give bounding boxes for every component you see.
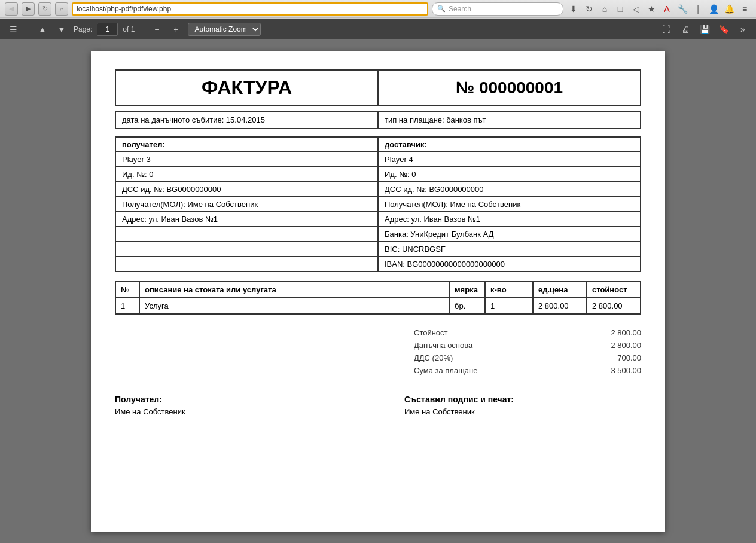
invoice-meta-table: дата на данъчното събитие: 15.04.2015 ти… (115, 111, 641, 129)
invoice-number: № 000000001 (388, 78, 631, 97)
pdf-more[interactable]: » (736, 22, 750, 36)
search-bar[interactable]: 🔍 Search (432, 2, 563, 16)
invoice-title: ФАКТУРА (125, 77, 368, 99)
notification-icon[interactable]: 🔔 (723, 2, 736, 16)
supplier-id: Ид. №: 0 (378, 167, 641, 182)
reload-button[interactable]: ↻ (38, 2, 51, 16)
recipient-name: Player 3 (115, 152, 378, 167)
supplier-iban: IBAN: BG00000000000000000000 (378, 257, 641, 272)
home-nav-icon[interactable]: ⌂ (598, 2, 611, 16)
forward-button[interactable]: ▶ (22, 2, 35, 16)
item-qty: 1 (485, 298, 533, 314)
url-bar[interactable]: localhost/php-pdf/pdfview.php (72, 2, 428, 16)
total-dds-label: ДДС (20%) (414, 353, 453, 362)
supplier-label: доставчик: (378, 137, 641, 152)
supplier-bank: Банка: УниКредит Булбанк АД (378, 227, 641, 242)
invoice-payment: тип на плащане: банков път (378, 111, 641, 129)
search-placeholder: Search (449, 5, 471, 13)
supplier-mol: Получател(МОЛ): Име на Собственик (378, 197, 641, 212)
separator-1 (28, 23, 28, 35)
separator-icon: | (691, 2, 705, 16)
recipient-sig-block: Получател: Име на Собственик (115, 395, 352, 416)
invoice-header-table: ФАКТУРА № 000000001 (115, 69, 641, 106)
recipient-vat: ДСС ид. №: BG0000000000 (115, 182, 378, 197)
total-stoynost-label: Стойност (414, 328, 448, 337)
item-price: 2 800.00 (533, 298, 587, 314)
total-data-osnova-row: Данъчна основа 2 800.00 (414, 339, 641, 352)
recipient-id: Ид. №: 0 (115, 167, 378, 182)
sig-recipient-name: Име на Собственик (115, 407, 352, 416)
home-button[interactable]: ⌂ (55, 2, 68, 16)
extension-icon[interactable]: 🔧 (676, 2, 689, 16)
back-nav-icon[interactable]: ◁ (629, 2, 642, 16)
recipient-empty-1 (115, 227, 378, 242)
title-bar: ◀ ▶ ↻ ⌂ localhost/php-pdf/pdfview.php 🔍 … (0, 0, 756, 18)
back-button[interactable]: ◀ (5, 2, 18, 16)
pdf-view-area: ФАКТУРА № 000000001 дата на данъчното съ… (0, 39, 756, 543)
pdf-fullscreen[interactable]: ⛶ (659, 22, 673, 36)
total-suma-label: Сума за плащане (414, 366, 478, 375)
sig-supplier-name: Име на Собственик (404, 407, 641, 416)
total-data-osnova-value: 2 800.00 (611, 341, 641, 350)
item-unit: бр. (449, 298, 485, 314)
star-icon[interactable]: ★ (645, 2, 658, 16)
total-dds-value: 700.00 (617, 353, 641, 362)
refresh-icon[interactable]: ↻ (583, 2, 596, 16)
page-of-text: of 1 (123, 25, 135, 33)
profile-icon[interactable]: 👤 (707, 2, 720, 16)
pdf-next-page[interactable]: ▼ (54, 22, 69, 36)
recipient-empty-3 (115, 257, 378, 272)
sig-recipient-label: Получател: (115, 395, 352, 404)
bookmark-icon[interactable]: □ (614, 2, 627, 16)
page-number-input[interactable] (97, 23, 118, 36)
table-row: 1 Услуга бр. 1 2 800.00 2 800.00 (115, 298, 641, 314)
col-unit: мярка (449, 282, 485, 298)
pdf-save[interactable]: 💾 (697, 22, 712, 36)
sig-supplier-label: Съставил подпис и печат: (404, 395, 641, 404)
pdf-zoom-in[interactable]: + (169, 22, 183, 36)
browser-toolbar-icons: ⬇ ↻ ⌂ □ ◁ ★ A 🔧 | 👤 🔔 ≡ (567, 2, 751, 16)
menu-icon[interactable]: ≡ (738, 2, 751, 16)
supplier-vat: ДСС ид. №: BG0000000000 (378, 182, 641, 197)
items-table: № описание на стоката или услугата мярка… (115, 281, 641, 315)
download-icon[interactable]: ⬇ (567, 2, 580, 16)
recipient-mol: Получател(МОЛ): Име на Собственик (115, 197, 378, 212)
recipient-label: получател: (115, 137, 378, 152)
supplier-bic: BIC: UNCRBGSF (378, 242, 641, 257)
page-label: Page: (74, 25, 92, 33)
totals-table: Стойност 2 800.00 Данъчна основа 2 800.0… (414, 327, 641, 377)
parties-table: получател: доставчик: Player 3 Player 4 … (115, 136, 641, 272)
total-dds-row: ДДС (20%) 700.00 (414, 352, 641, 364)
supplier-name: Player 4 (378, 152, 641, 167)
total-data-osnova-label: Данъчна основа (414, 341, 472, 350)
browser-chrome: ◀ ▶ ↻ ⌂ localhost/php-pdf/pdfview.php 🔍 … (0, 0, 756, 19)
total-stoynost-row: Стойност 2 800.00 (414, 327, 641, 339)
pdf-zoom-out[interactable]: − (150, 22, 164, 36)
pdf-zoom-select[interactable]: Automatic Zoom (188, 23, 261, 36)
col-desc: описание на стоката или услугата (139, 282, 449, 298)
totals-section: Стойност 2 800.00 Данъчна основа 2 800.0… (115, 327, 641, 377)
supplier-address: Адрес: ул. Иван Вазов №1 (378, 212, 641, 227)
col-qty: к-во (485, 282, 533, 298)
item-total: 2 800.00 (587, 298, 641, 314)
supplier-sig-block: Съставил подпис и печат: Име на Собствен… (404, 395, 641, 416)
acrobat-icon[interactable]: A (660, 2, 673, 16)
recipient-empty-2 (115, 242, 378, 257)
total-stoynost-value: 2 800.00 (611, 328, 641, 337)
col-num: № (115, 282, 139, 298)
pdf-prev-page[interactable]: ▲ (35, 22, 50, 36)
pdf-toolbar: ☰ ▲ ▼ Page: of 1 − + Automatic Zoom ⛶ 🖨 … (0, 19, 756, 39)
pdf-toggle-sidebar[interactable]: ☰ (6, 22, 20, 36)
col-total: стойност (587, 282, 641, 298)
url-text: localhost/php-pdf/pdfview.php (77, 5, 171, 13)
recipient-address: Адрес: ул. Иван Вазов №1 (115, 212, 378, 227)
invoice-date: дата на данъчното събитие: 15.04.2015 (115, 111, 378, 129)
separator-2 (142, 23, 142, 35)
total-suma-row: Сума за плащане 3 500.00 (414, 364, 641, 377)
item-num: 1 (115, 298, 139, 314)
pdf-page: ФАКТУРА № 000000001 дата на данъчното съ… (91, 51, 665, 532)
pdf-print[interactable]: 🖨 (678, 22, 693, 36)
item-desc: Услуга (139, 298, 449, 314)
pdf-bookmark[interactable]: 🔖 (717, 22, 731, 36)
signatures-section: Получател: Име на Собственик Съставил по… (115, 395, 641, 416)
